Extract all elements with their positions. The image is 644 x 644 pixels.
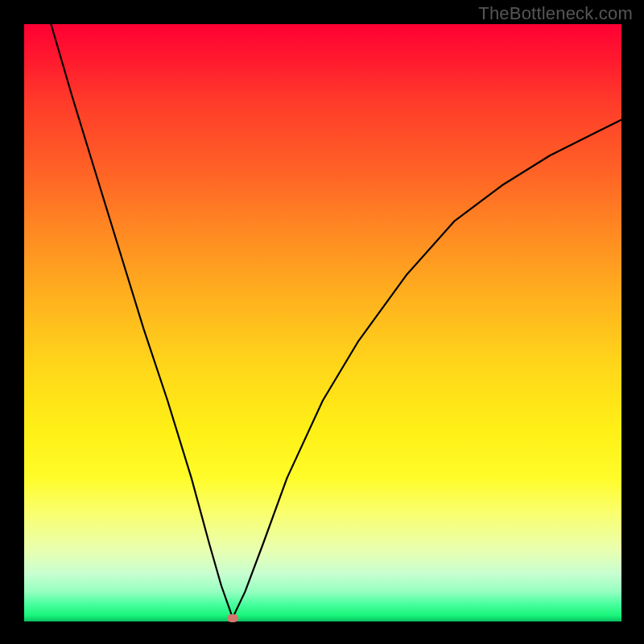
watermark-text: TheBottleneck.com [478, 3, 633, 24]
plot-area [24, 24, 621, 621]
bottleneck-curve [24, 24, 621, 621]
optimal-point-marker [227, 614, 238, 622]
chart-frame: TheBottleneck.com [0, 0, 644, 644]
